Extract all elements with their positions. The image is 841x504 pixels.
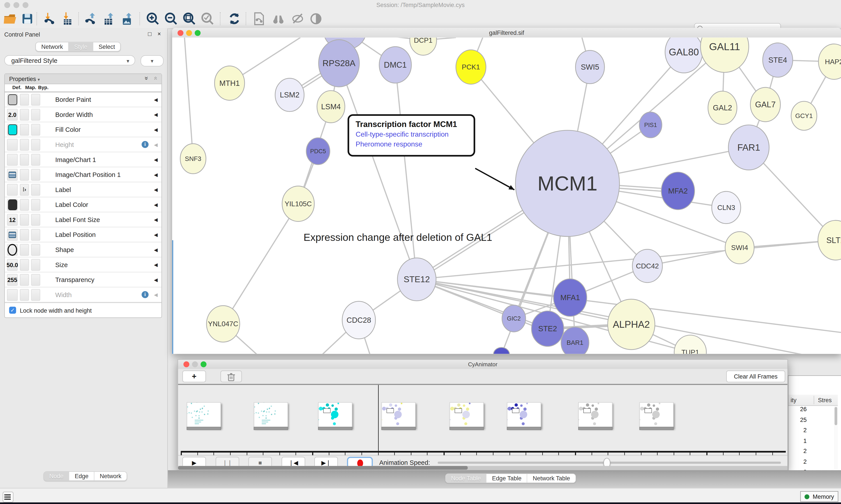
property-row-width[interactable]: Widthi◀: [5, 287, 161, 303]
frame-thumbnail-4s[interactable]: [449, 402, 484, 429]
clear-all-frames-button[interactable]: Clear All Frames: [726, 371, 785, 382]
table-cell[interactable]: 2: [788, 448, 838, 458]
frame-thumbnail-6s[interactable]: [578, 402, 612, 429]
table-cell[interactable]: 1: [788, 437, 838, 448]
tab-network[interactable]: Network: [94, 472, 127, 480]
tab-style[interactable]: Style: [69, 42, 93, 51]
zoom-out-icon[interactable]: [164, 12, 178, 26]
table-vertical-scrollbar[interactable]: [834, 406, 838, 469]
control-panel-title: Control Panel: [4, 31, 40, 37]
expand-row-icon[interactable]: ◀: [154, 277, 158, 282]
import-network-icon[interactable]: [42, 12, 56, 26]
panel-window-controls[interactable]: □ ×: [148, 31, 163, 37]
property-row-shape[interactable]: Shape◀: [5, 242, 161, 257]
export-image-icon[interactable]: [120, 12, 134, 26]
annotation-link-2[interactable]: Pheromone response: [356, 140, 474, 148]
frame-thumbnail-7s[interactable]: [639, 402, 674, 429]
style-options-button[interactable]: ▾: [141, 55, 164, 66]
add-frame-button[interactable]: +: [182, 371, 206, 382]
open-session-icon[interactable]: [3, 12, 17, 26]
property-row-transparency[interactable]: 255Transparency◀: [5, 272, 161, 287]
network-node-darknode[interactable]: [494, 347, 509, 354]
expand-row-icon[interactable]: ◀: [154, 127, 158, 132]
frame-thumbnail-3s[interactable]: [381, 402, 416, 429]
property-row-label-position[interactable]: Label Position◀: [5, 227, 161, 242]
network-window-titlebar[interactable]: galFiltered.sif: [172, 28, 841, 38]
table-cell[interactable]: 26: [788, 406, 838, 416]
zoom-fit-icon[interactable]: [182, 12, 196, 26]
property-row-image-chart-1[interactable]: Image/Chart 1◀: [5, 152, 161, 167]
tab-node[interactable]: Node: [44, 472, 69, 480]
collapse-all-icon[interactable]: »: [151, 76, 159, 80]
frame-thumbnail-0s[interactable]: [186, 402, 221, 429]
delete-frame-button[interactable]: [220, 371, 242, 382]
zoom-in-icon[interactable]: [146, 12, 160, 26]
node-label: STE12: [404, 274, 430, 284]
property-row-image-chart-position-1[interactable]: Image/Chart Position 1◀: [5, 167, 161, 182]
tab-edge[interactable]: Edge: [69, 472, 94, 480]
style-dropdown[interactable]: galFiltered Style ▾: [4, 55, 135, 66]
hide-details-icon[interactable]: [291, 12, 305, 26]
expand-all-icon[interactable]: »: [143, 76, 150, 80]
tab-edge-table[interactable]: Edge Table: [487, 474, 527, 483]
network-canvas[interactable]: RPS28ADMC1DCP1PCK1SWI5GAL80GAL11STE4HAP2…: [172, 37, 841, 354]
column-header-ity[interactable]: ity: [791, 397, 797, 403]
mcm1-annotation-box[interactable]: Transcription factor MCM1 Cell-type-spec…: [347, 114, 475, 157]
lock-checkbox[interactable]: ✓: [9, 307, 16, 314]
property-row-fill-color[interactable]: Fill Color◀: [5, 122, 161, 137]
cyanimator-titlebar[interactable]: CyAnimator: [178, 360, 787, 370]
memory-button[interactable]: Memory: [801, 491, 838, 502]
expand-row-icon[interactable]: ◀: [154, 232, 158, 237]
tab-select[interactable]: Select: [93, 42, 121, 51]
property-row-size[interactable]: 50.0Size◀: [5, 257, 161, 273]
frame-thumbnail-1s[interactable]: [254, 402, 288, 429]
refresh-icon[interactable]: [227, 12, 241, 26]
info-icon[interactable]: i: [142, 291, 149, 298]
network-file-icon[interactable]: [252, 12, 266, 26]
properties-header[interactable]: Properties ▾ » »: [5, 74, 161, 84]
zoom-selected-icon[interactable]: [201, 12, 215, 26]
node-label: BAR1: [567, 339, 584, 346]
tab-network[interactable]: Network: [36, 42, 69, 51]
expand-row-icon[interactable]: ◀: [154, 172, 158, 177]
property-row-border-width[interactable]: 2.0Border Width◀: [5, 107, 161, 122]
frame-thumbnail-5s[interactable]: [507, 402, 541, 429]
property-row-border-paint[interactable]: Border Paint◀: [5, 92, 161, 107]
position-icon: [8, 231, 16, 238]
cyanimator-timeline[interactable]: 0123456789 Seconds: [178, 385, 787, 453]
expand-row-icon[interactable]: ◀: [154, 217, 158, 222]
expand-row-icon[interactable]: ◀: [154, 157, 158, 162]
task-history-button[interactable]: [3, 492, 13, 502]
save-session-icon[interactable]: [20, 12, 34, 26]
property-row-label-color[interactable]: Label Color◀: [5, 197, 161, 212]
property-row-height[interactable]: Heighti◀: [5, 137, 161, 152]
export-table-icon[interactable]: [102, 12, 116, 26]
property-row-label-font-size[interactable]: 12Label Font Size◀: [5, 212, 161, 228]
column-header-stress[interactable]: Stres: [818, 397, 832, 403]
expand-row-icon[interactable]: ◀: [154, 112, 158, 117]
timeline-horizontal-scrollbar[interactable]: [178, 466, 787, 470]
import-table-icon[interactable]: [60, 12, 74, 26]
annotation-link-1[interactable]: Cell-type-specific transcription: [356, 130, 474, 138]
table-cell[interactable]: 25: [788, 416, 838, 427]
expand-row-icon[interactable]: ◀: [154, 142, 158, 147]
tab-network-table[interactable]: Network Table: [527, 474, 575, 483]
expand-row-icon[interactable]: ◀: [154, 262, 158, 267]
control-panel-bottom-tabs: NodeEdgeNetwork: [43, 471, 127, 481]
search-binoculars-icon[interactable]: [271, 12, 285, 26]
timeline-playhead[interactable]: [378, 385, 378, 451]
export-network-icon[interactable]: [84, 12, 98, 26]
expand-row-icon[interactable]: ◀: [154, 187, 158, 192]
table-cell[interactable]: 2: [788, 427, 838, 437]
expand-row-icon[interactable]: ◀: [154, 202, 158, 207]
animation-speed-slider[interactable]: [437, 462, 781, 464]
property-row-label[interactable]: ⁞›Label◀: [5, 182, 161, 197]
tab-node-table[interactable]: Node Table: [446, 474, 487, 483]
expand-row-icon[interactable]: ◀: [154, 292, 158, 297]
frame-thumbnail-2s[interactable]: [318, 402, 352, 429]
show-details-icon[interactable]: [309, 12, 323, 26]
expand-row-icon[interactable]: ◀: [154, 97, 158, 102]
expand-row-icon[interactable]: ◀: [154, 247, 158, 252]
table-cell[interactable]: 2: [788, 458, 838, 469]
info-icon[interactable]: i: [142, 141, 149, 148]
